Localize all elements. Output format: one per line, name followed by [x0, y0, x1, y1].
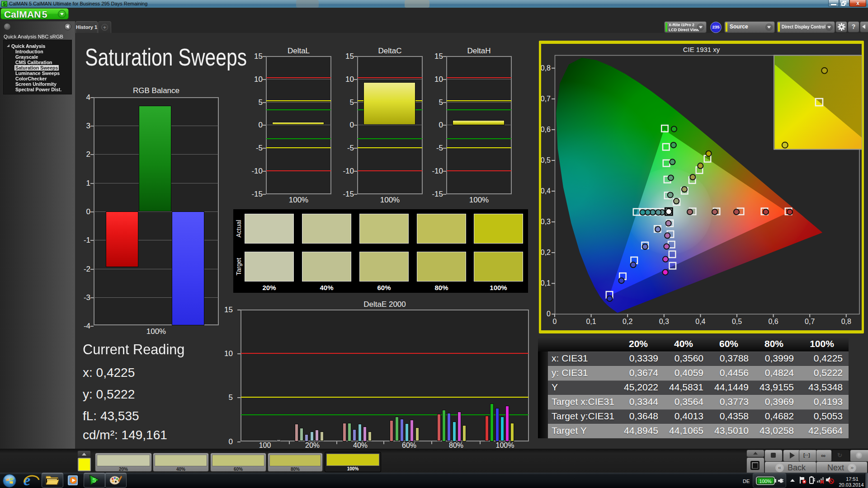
svg-text:0,5: 0,5: [732, 318, 742, 325]
svg-text:0,6: 0,6: [541, 126, 551, 133]
svg-text:0,7: 0,7: [805, 318, 815, 325]
svg-text:5: 5: [92, 476, 96, 484]
svg-text:0,2: 0,2: [623, 318, 632, 325]
svg-text:100%: 100%: [760, 479, 772, 484]
svg-text:0,4: 0,4: [695, 318, 705, 325]
svg-text:0,3: 0,3: [659, 318, 669, 325]
svg-text:0,2: 0,2: [541, 249, 551, 256]
svg-text:0: 0: [553, 318, 557, 325]
svg-text:0: 0: [547, 310, 551, 318]
svg-text:0,4: 0,4: [541, 187, 551, 195]
svg-text:0,1: 0,1: [541, 279, 551, 287]
svg-text:0,3: 0,3: [541, 218, 551, 225]
svg-text:0,8: 0,8: [541, 64, 551, 72]
svg-text:0,8: 0,8: [841, 318, 851, 325]
svg-text:0,7: 0,7: [541, 95, 551, 103]
svg-text:0,6: 0,6: [768, 318, 778, 325]
svg-text:0,1: 0,1: [586, 318, 596, 325]
svg-text:0,5: 0,5: [541, 156, 551, 164]
